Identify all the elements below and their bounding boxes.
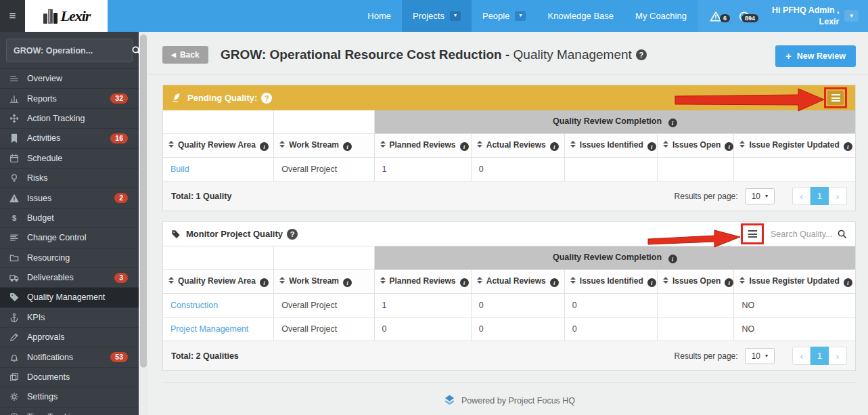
row-link-cell[interactable]: Construction [163, 294, 274, 318]
project-search-box[interactable] [6, 39, 133, 62]
sidebar-item-deliverables[interactable]: Deliverables3 [0, 267, 139, 287]
quality-search-input[interactable] [771, 230, 836, 239]
row-link-cell[interactable]: Build [163, 158, 274, 181]
search-icon[interactable] [131, 45, 139, 56]
info-icon[interactable]: i [550, 142, 559, 151]
sort-icon[interactable] [739, 277, 745, 284]
column-header[interactable]: Issue Register Updatedi [734, 269, 855, 294]
column-header[interactable]: Issues Openi [657, 133, 734, 158]
next-page-button[interactable]: › [829, 187, 847, 205]
sidebar-item-schedule[interactable]: Schedule [0, 148, 139, 168]
nav-item-my-coaching[interactable]: My Coaching [624, 0, 698, 32]
column-header[interactable]: Actual Reviewsi [471, 269, 564, 294]
sort-icon[interactable] [168, 277, 174, 284]
info-icon[interactable]: i [725, 278, 733, 287]
sort-icon[interactable] [739, 141, 745, 148]
sidebar-item-overview[interactable]: Overview [0, 68, 139, 88]
sidebar-item-resourcing[interactable]: Resourcing [0, 248, 139, 267]
info-icon[interactable]: i [343, 142, 352, 151]
info-icon[interactable]: i [460, 142, 469, 151]
project-search-input[interactable] [14, 46, 131, 56]
prev-page-button[interactable]: ‹ [792, 347, 810, 365]
sidebar-item-activities[interactable]: Activities16 [0, 128, 139, 148]
sort-icon[interactable] [477, 277, 482, 284]
column-header[interactable]: Planned Reviewsi [374, 133, 471, 158]
column-header[interactable]: Issues Identifiedi [564, 133, 657, 158]
sidebar-item-quality-management[interactable]: Quality Management [0, 287, 139, 307]
page-size-select[interactable]: 10▾ [745, 348, 775, 364]
back-button[interactable]: ◀ Back [162, 46, 208, 64]
sidebar-item-change-control[interactable]: Change Control [0, 227, 139, 247]
chevron-down-icon[interactable]: ▾ [844, 10, 859, 22]
help-icon[interactable]: ? [636, 49, 647, 60]
chevron-down-icon[interactable]: ▾ [450, 11, 461, 20]
page-size-select[interactable]: 10▾ [745, 188, 775, 204]
column-header[interactable]: Work Streami [274, 133, 374, 158]
table-menu-icon[interactable] [744, 227, 760, 241]
column-header[interactable]: Issues Openi [657, 269, 734, 294]
info-icon[interactable]: i [460, 278, 469, 287]
column-header[interactable]: Work Streami [274, 269, 374, 294]
sidebar-item-time-tracking[interactable]: Time Tracking [0, 407, 139, 415]
info-icon[interactable]: i [343, 278, 352, 287]
prev-page-button[interactable]: ‹ [792, 187, 810, 205]
sort-icon[interactable] [168, 141, 174, 148]
scrollbar-thumb[interactable] [140, 35, 147, 368]
column-header[interactable]: Issue Register Updatedi [734, 133, 855, 158]
nav-item-people[interactable]: People▾ [472, 0, 537, 32]
sort-icon[interactable] [380, 277, 386, 284]
nav-item-knowledge-base[interactable]: Knowledge Base [536, 0, 624, 32]
sidebar-item-kpis[interactable]: KPIs [0, 307, 139, 327]
column-header[interactable]: Actual Reviewsi [471, 133, 564, 158]
help-icon[interactable]: ? [261, 93, 272, 104]
info-icon[interactable]: i [260, 142, 269, 151]
chevron-down-icon[interactable]: ▾ [515, 11, 526, 20]
column-header[interactable]: Quality Review Areai [163, 269, 274, 294]
sort-icon[interactable] [663, 277, 668, 284]
info-icon[interactable]: i [668, 118, 677, 127]
info-icon[interactable]: i [725, 142, 733, 151]
info-icon[interactable]: i [844, 278, 852, 287]
column-header[interactable]: Issues Identifiedi [564, 269, 657, 294]
info-icon[interactable]: i [668, 255, 677, 263]
help-icon[interactable]: ? [287, 229, 298, 240]
sort-icon[interactable] [279, 277, 285, 284]
info-icon[interactable]: i [844, 142, 852, 151]
sidebar-item-budget[interactable]: $Budget [0, 208, 139, 227]
sidebar-item-issues[interactable]: Issues2 [0, 188, 139, 207]
info-icon[interactable]: i [550, 278, 559, 287]
nav-item-home[interactable]: Home [357, 0, 402, 32]
info-icon[interactable]: i [260, 278, 269, 287]
alerts-button[interactable]: 6 [702, 10, 730, 22]
sidebar-item-risks[interactable]: Risks [0, 168, 139, 188]
sort-icon[interactable] [279, 141, 285, 148]
sort-icon[interactable] [663, 141, 668, 148]
nav-item-projects[interactable]: Projects▾ [402, 0, 472, 32]
sidebar-item-action-tracking[interactable]: Action Tracking [0, 108, 139, 128]
column-header[interactable]: Quality Review Areai [163, 133, 274, 158]
vertical-scrollbar[interactable] [139, 32, 148, 415]
sort-icon[interactable] [570, 141, 576, 148]
sidebar-item-settings[interactable]: Settings [0, 387, 139, 406]
sidebar-item-approvals[interactable]: Approvals [0, 327, 139, 347]
search-icon[interactable] [837, 229, 847, 239]
sidebar-item-documents[interactable]: Documents [0, 367, 139, 387]
column-header[interactable]: Planned Reviewsi [374, 269, 471, 294]
sidebar-item-notifications[interactable]: Notifications53 [0, 347, 139, 366]
sort-icon[interactable] [477, 141, 482, 148]
messages-button[interactable]: 894 [730, 10, 758, 22]
page-number-button[interactable]: 1 [810, 187, 829, 205]
quality-search-box[interactable] [771, 229, 847, 239]
user-menu[interactable]: Hi PFHQ Admin , Lexir ▾ [762, 0, 868, 32]
new-review-button[interactable]: + New Review [775, 45, 856, 67]
app-logo[interactable]: Lexir [25, 0, 108, 32]
next-page-button[interactable]: › [829, 347, 847, 365]
page-number-button[interactable]: 1 [810, 347, 829, 365]
row-link-cell[interactable]: Project Management [163, 318, 274, 341]
sort-icon[interactable] [570, 277, 576, 284]
sidebar-item-reports[interactable]: Reports32 [0, 88, 139, 108]
table-menu-icon[interactable] [827, 91, 844, 105]
app-menu-icon[interactable]: ≡ [0, 0, 25, 32]
info-icon[interactable]: i [647, 278, 656, 287]
info-icon[interactable]: i [647, 142, 656, 151]
